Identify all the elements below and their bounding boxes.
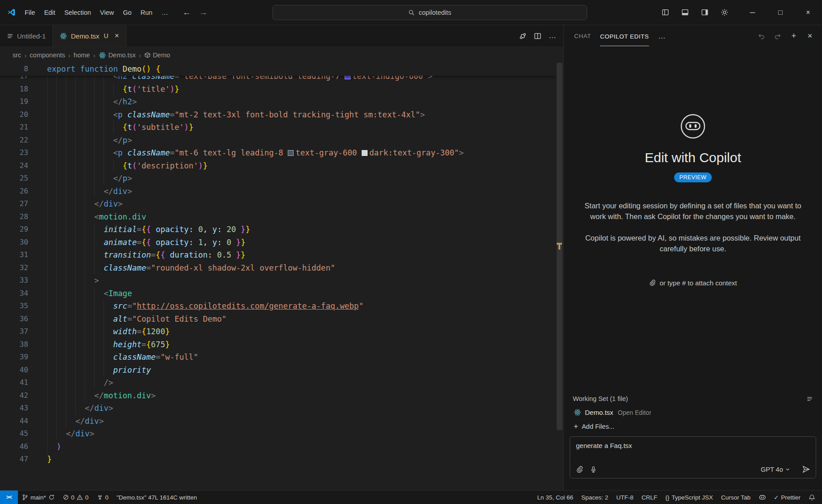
breadcrumb-item-demo-tsx[interactable]: Demo.tsx [99,52,136,59]
encoding[interactable]: UTF-8 [612,491,637,504]
forward-button[interactable]: → [199,8,208,17]
copilot-status[interactable] [755,491,770,504]
code-line[interactable]: 8export function Demo() { [0,63,556,76]
code-line[interactable]: 22 </p> [0,134,556,147]
split-editor-icon[interactable] [534,32,541,40]
code-line[interactable]: 18 {t('title')} [0,83,556,96]
breadcrumb-item-home[interactable]: home [74,52,90,59]
working-set-list-icon[interactable] [806,396,813,402]
close-tab-button[interactable]: × [115,31,119,40]
code-line[interactable]: 38 height={675} [0,338,556,351]
code-line[interactable]: 40 priority [0,364,556,377]
toggle-secondary-sidebar-button[interactable] [696,5,714,20]
model-picker[interactable]: GPT 4o [761,466,790,473]
code-line[interactable]: 42 </motion.div> [0,389,556,402]
menu-overflow-button[interactable]: … [157,6,173,19]
settings-gear-icon[interactable] [715,5,733,20]
code-line[interactable]: 20 <p className="mt-2 text-3xl font-bold… [0,108,556,121]
code-line[interactable]: 39 className="w-full" [0,351,556,364]
minimize-button[interactable]: ─ [739,0,766,25]
toggle-primary-sidebar-button[interactable] [656,5,674,20]
maximize-button[interactable]: □ [766,0,794,25]
open-changes-icon[interactable] [519,32,527,40]
command-center-search[interactable]: copilotedits [273,5,587,20]
code-line[interactable]: 25 </p> [0,172,556,185]
indent-guide [56,159,57,172]
breadcrumb-item-demo[interactable]: Demo [144,52,170,59]
git-branch-status[interactable]: main* [18,491,59,504]
formatter-status[interactable]: ✓Prettier [770,491,805,504]
eol-sequence[interactable]: CRLF [637,491,661,504]
notifications-bell[interactable] [805,491,819,504]
tab-chat[interactable]: CHAT [570,25,595,47]
code-line[interactable]: 47} [0,453,556,466]
code-line[interactable]: 33 > [0,274,556,287]
code-editor[interactable]: 17 <h2 className="text-base font-semibol… [0,63,556,490]
menu-view[interactable]: View [95,6,118,19]
indent-guide [75,402,76,415]
code-line[interactable]: 19 </h2> [0,95,556,108]
indent-guide [94,95,95,108]
tab-demo-tsx[interactable]: Demo.tsx U × [53,25,126,47]
code-line[interactable]: 45 </div> [0,427,556,440]
code-line[interactable]: 26 </div> [0,185,556,198]
code-line[interactable]: 29 initial={{ opacity: 0, y: 20 }} [0,223,556,236]
undo-icon[interactable] [756,30,767,42]
toggle-panel-button[interactable] [676,5,694,20]
code-line[interactable]: 44 </div> [0,415,556,428]
indentation[interactable]: Spaces: 2 [577,491,612,504]
line-content: </h2> [47,95,137,108]
new-session-button[interactable]: + [788,30,800,42]
sticky-scroll[interactable]: 8export function Demo() { [0,63,556,76]
code-line[interactable]: 43 </div> [0,402,556,415]
line-number: 42 [0,389,47,402]
code-line[interactable]: 46 ) [0,440,556,453]
language-mode[interactable]: {}TypeScript JSX [661,491,717,504]
send-button[interactable] [802,465,810,473]
chat-input-box[interactable]: generate a Faq.tsx GPT 4o [570,436,816,478]
cursor-position[interactable]: Ln 35, Col 66 [533,491,577,504]
code-line[interactable]: 35 src="http://oss.copilotedits.com/gene… [0,300,556,313]
back-button[interactable]: ← [182,8,191,17]
menu-run[interactable]: Run [136,6,157,19]
redo-icon[interactable] [772,30,783,42]
menu-edit[interactable]: Edit [39,6,60,19]
problems-status[interactable]: 0 0 [59,491,93,504]
panel-more-button[interactable]: … [654,32,670,40]
breadcrumb-item-components[interactable]: components [30,52,65,59]
code-line[interactable]: 41 /> [0,376,556,389]
code-line[interactable]: 21 {t('subtitle')} [0,121,556,134]
menu-selection[interactable]: Selection [60,6,95,19]
code-line[interactable]: 30 animate={{ opacity: 1, y: 0 }} [0,236,556,249]
indent-guide [75,95,76,108]
chat-input-value[interactable]: generate a Faq.tsx [576,442,810,449]
code-line[interactable]: 24 {t('description')} [0,159,556,172]
line-number: 25 [0,172,47,185]
tab-copilot-edits[interactable]: COPILOT EDITS [596,25,653,47]
code-line[interactable]: 23 <p className="mt-6 text-lg leading-8 … [0,146,556,159]
code-line[interactable]: 32 className="rounded-xl shadow-2xl over… [0,262,556,275]
close-panel-button[interactable]: × [804,30,816,42]
close-window-button[interactable]: × [794,0,822,25]
add-files-button[interactable]: + Add Files... [570,419,816,434]
editor-scrollbar[interactable] [556,63,563,490]
code-line[interactable]: 36 alt="Copilot Edits Demo" [0,313,556,326]
indent-guide [56,287,57,300]
code-line[interactable]: 28 <motion.div [0,211,556,224]
attach-file-icon[interactable] [576,466,583,473]
breadcrumb-item-src[interactable]: src [13,52,21,59]
tab-untitled-1[interactable]: Untitled-1 [0,25,53,47]
editor-more-actions-button[interactable]: … [549,31,556,40]
working-set-file-row[interactable]: Demo.tsx Open Editor [570,405,816,419]
code-line[interactable]: 31 transition={{ duration: 0.5 }} [0,249,556,262]
code-line[interactable]: 37 width={1200} [0,325,556,338]
remote-indicator[interactable]: >< [0,491,18,504]
ports-status[interactable]: 0 [93,491,113,504]
microphone-icon[interactable] [590,466,597,473]
indent-guide [75,325,76,338]
menu-go[interactable]: Go [118,6,136,19]
cursor-tab-status[interactable]: Cursor Tab [717,491,755,504]
menu-file[interactable]: File [20,6,39,19]
code-line[interactable]: 27 </div> [0,198,556,211]
code-line[interactable]: 34 <Image [0,287,556,300]
